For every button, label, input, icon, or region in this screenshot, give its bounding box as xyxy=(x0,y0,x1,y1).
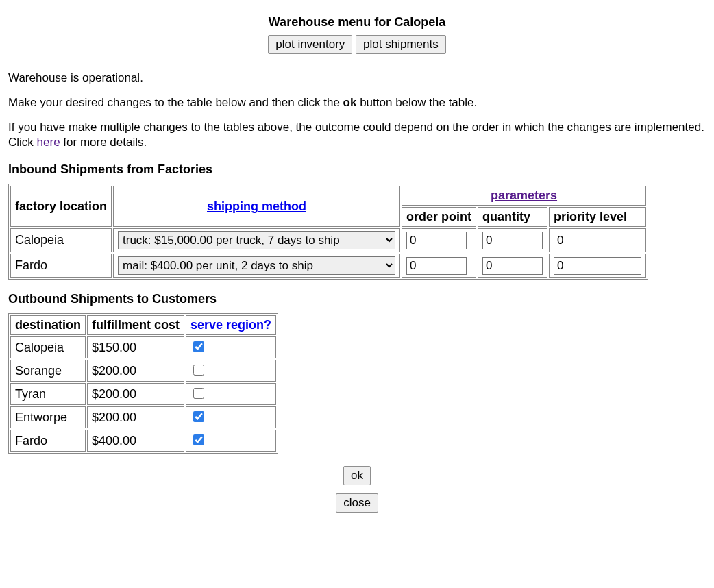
priority-input[interactable] xyxy=(554,257,641,275)
destination-cell: Calopeia xyxy=(10,336,86,358)
table-row: Tyran$200.00 xyxy=(10,383,276,405)
quantity-cell xyxy=(478,254,547,278)
col-destination: destination xyxy=(10,315,86,335)
serve-region-link[interactable]: serve region? xyxy=(190,318,271,332)
serve-region-checkbox[interactable] xyxy=(193,434,204,445)
quantity-input[interactable] xyxy=(482,232,543,249)
factory-cell: Calopeia xyxy=(10,228,112,252)
cost-cell: $200.00 xyxy=(87,406,184,428)
inbound-heading: Inbound Shipments from Factories xyxy=(8,162,706,177)
table-row: Entworpe$200.00 xyxy=(10,406,276,428)
order-point-input[interactable] xyxy=(406,257,467,275)
instruction-line-2: If you have make multiple changes to the… xyxy=(8,120,706,150)
serve-cell xyxy=(186,430,276,452)
outbound-heading: Outbound Shipments to Customers xyxy=(8,292,706,306)
shipping-method-select[interactable]: truck: $15,000.00 per truck, 7 days to s… xyxy=(118,231,395,249)
col-quantity: quantity xyxy=(478,207,547,227)
here-link[interactable]: here xyxy=(37,136,60,149)
table-row: Calopeiatruck: $15,000.00 per truck, 7 d… xyxy=(10,228,646,252)
ok-bold: ok xyxy=(343,96,357,109)
col-parameters: parameters xyxy=(402,186,646,206)
serve-cell xyxy=(186,383,276,405)
serve-region-checkbox[interactable] xyxy=(193,388,204,399)
instruction-text: for more details. xyxy=(60,136,147,149)
col-fulfillment-cost: fulfillment cost xyxy=(87,315,184,335)
parameters-link[interactable]: parameters xyxy=(491,188,557,202)
shipping-cell: truck: $15,000.00 per truck, 7 days to s… xyxy=(113,254,400,278)
priority-input[interactable] xyxy=(554,232,641,249)
shipping-method-select[interactable]: truck: $15,000.00 per truck, 7 days to s… xyxy=(118,256,395,275)
col-factory-location: factory location xyxy=(10,186,112,227)
col-priority-level: priority level xyxy=(549,207,646,227)
shipping-cell: truck: $15,000.00 per truck, 7 days to s… xyxy=(113,228,400,252)
col-order-point: order point xyxy=(402,207,476,227)
serve-region-checkbox[interactable] xyxy=(193,411,204,422)
table-row: Fardotruck: $15,000.00 per truck, 7 days… xyxy=(10,254,646,278)
ok-button[interactable]: ok xyxy=(343,466,371,485)
table-row: Calopeia$150.00 xyxy=(10,336,276,358)
quantity-cell xyxy=(478,228,547,252)
order-point-cell xyxy=(402,254,476,278)
inbound-table: factory location shipping method paramet… xyxy=(8,184,648,280)
destination-cell: Fardo xyxy=(10,430,86,452)
table-row: Fardo$400.00 xyxy=(10,430,276,452)
serve-region-checkbox[interactable] xyxy=(193,341,204,352)
col-serve-region: serve region? xyxy=(186,315,276,335)
shipping-method-link[interactable]: shipping method xyxy=(207,199,306,213)
table-row: Sorange$200.00 xyxy=(10,360,276,382)
priority-cell xyxy=(549,254,646,278)
serve-cell xyxy=(186,360,276,382)
serve-cell xyxy=(186,406,276,428)
factory-cell: Fardo xyxy=(10,254,112,278)
cost-cell: $400.00 xyxy=(87,430,184,452)
instruction-text: button below the table. xyxy=(356,96,477,109)
quantity-input[interactable] xyxy=(482,257,543,275)
order-point-input[interactable] xyxy=(406,232,467,249)
instruction-text: Make your desired changes to the table b… xyxy=(8,96,343,109)
destination-cell: Tyran xyxy=(10,383,86,405)
page-title: Warehouse menu for Calopeia xyxy=(8,15,706,29)
cost-cell: $200.00 xyxy=(87,383,184,405)
plot-inventory-button[interactable]: plot inventory xyxy=(268,35,352,54)
outbound-table: destination fulfillment cost serve regio… xyxy=(8,313,278,454)
instruction-line-1: Make your desired changes to the table b… xyxy=(8,95,706,110)
destination-cell: Sorange xyxy=(10,360,86,382)
cost-cell: $150.00 xyxy=(87,336,184,358)
priority-cell xyxy=(549,228,646,252)
destination-cell: Entworpe xyxy=(10,406,86,428)
col-shipping-method: shipping method xyxy=(113,186,400,227)
status-text: Warehouse is operational. xyxy=(8,71,706,86)
plot-shipments-button[interactable]: plot shipments xyxy=(356,35,446,54)
order-point-cell xyxy=(402,228,476,252)
close-button[interactable]: close xyxy=(336,493,378,513)
serve-cell xyxy=(186,336,276,358)
serve-region-checkbox[interactable] xyxy=(193,365,204,376)
cost-cell: $200.00 xyxy=(87,360,184,382)
